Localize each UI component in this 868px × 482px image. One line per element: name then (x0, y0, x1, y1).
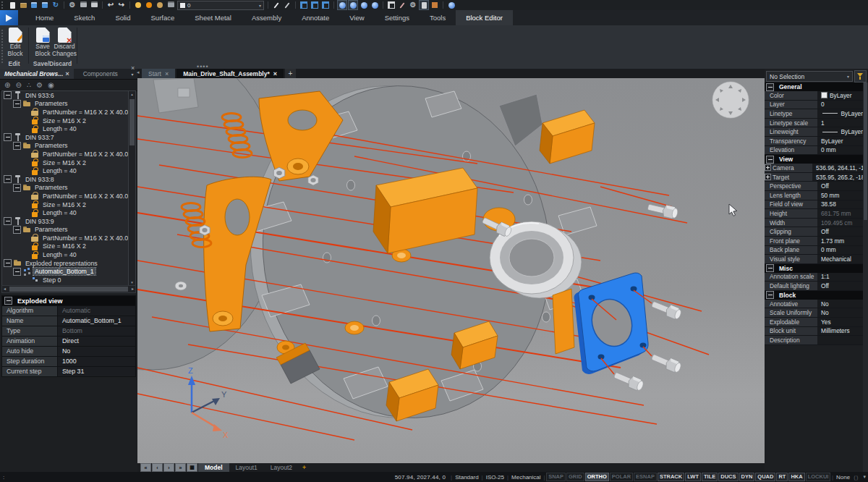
tree-item-length-40[interactable]: Length = 40 (2, 166, 135, 175)
eraser-icon[interactable] (398, 1, 407, 9)
section-header-block[interactable]: Block (765, 291, 863, 300)
property-row-width[interactable]: Width109.495 cm (765, 219, 863, 228)
shaded-style-icon[interactable] (359, 1, 368, 9)
tree-vertical-scrollbar[interactable]: ▴ ▾ (128, 91, 135, 285)
panel-collapse-arrow-icon[interactable]: ◂ (137, 69, 140, 75)
first-layout-icon[interactable]: « (140, 463, 151, 472)
properties-scrollbar[interactable] (863, 83, 868, 472)
collapse-icon[interactable] (4, 259, 12, 267)
ribbon-tab-annotate[interactable]: Annotate (292, 10, 339, 25)
property-row-front-plane[interactable]: Front plane1.73 mm (765, 237, 863, 246)
image-icon[interactable] (430, 1, 439, 9)
tree-item-din-933-8[interactable]: DIN 933:8 (2, 175, 135, 184)
tree-item-length-40[interactable]: Length = 40 (2, 250, 135, 259)
tree-item-size-m16-x-2[interactable]: Size = M16 X 2 (2, 117, 135, 125)
selection-mode-field[interactable]: None (834, 474, 852, 481)
toggle-polar[interactable]: POLAR (610, 473, 633, 481)
collapse-icon[interactable] (4, 133, 12, 141)
property-row-camera[interactable]: Camera536.96, 264.11, -1854.4 (765, 164, 863, 173)
small-block[interactable] (178, 88, 190, 97)
property-row-explodable[interactable]: ExplodableYes (765, 318, 863, 327)
layer-dropdown[interactable]: 0▾ (177, 1, 264, 10)
status-menu-caret-icon[interactable]: ▾ (863, 474, 866, 480)
exploded-row-step-duration[interactable]: Step duration1000 (2, 356, 135, 366)
scroll-left-icon[interactable]: ◂ (4, 286, 6, 291)
document-tab-start[interactable]: Start× (142, 69, 175, 78)
named-views-icon[interactable] (310, 1, 319, 9)
property-row-annotation-scale[interactable]: Annotation scale1:1 (765, 273, 863, 282)
property-row-lens-length[interactable]: Lens length50 mm (765, 191, 863, 200)
collapse-icon[interactable] (766, 264, 774, 272)
ribbon-tab-view[interactable]: View (339, 10, 374, 25)
layout-tab-layout1[interactable]: Layout1 (229, 463, 264, 472)
exploded-row-animation[interactable]: AnimationDirect (2, 336, 135, 346)
next-layout-icon[interactable]: › (163, 463, 174, 472)
tree-horizontal-scrollbar[interactable]: ◂ ▸ (1, 285, 136, 293)
help-icon[interactable] (447, 1, 456, 9)
stylus-icon[interactable] (283, 1, 292, 9)
ribbon-tab-block-editor[interactable]: Block Editor (456, 10, 513, 25)
layer-on-icon[interactable] (134, 1, 142, 9)
scrollbar-thumb[interactable] (129, 99, 135, 145)
collapse-icon[interactable] (766, 83, 774, 91)
tree-item-din-933-9[interactable]: DIN 933:9 (2, 217, 135, 226)
scroll-up-icon[interactable]: ▴ (129, 92, 135, 96)
wireframe-style-icon[interactable] (338, 1, 346, 9)
toggle-lwt[interactable]: LWT (685, 473, 701, 481)
ribbon-tab-sheet-metal[interactable]: Sheet Metal (184, 10, 242, 25)
status-field-mechanical[interactable]: Mechanical (509, 474, 542, 481)
property-row-scale-uniformly[interactable]: Scale UniformlyNo (765, 308, 863, 318)
layer-print-icon[interactable] (166, 1, 175, 9)
status-field-standard[interactable]: Standard (453, 474, 480, 481)
property-row-block-unit[interactable]: Block unitMillimeters (765, 327, 863, 337)
toggle-lockui[interactable]: LOCKUI (806, 473, 831, 481)
expand-icon[interactable] (765, 164, 771, 171)
small-plate[interactable] (153, 78, 198, 113)
property-row-back-plane[interactable]: Back plane0 mm (765, 246, 863, 255)
tree-item-parameters[interactable]: Parameters (2, 226, 135, 234)
property-row-linetype[interactable]: LinetypeByLayer (765, 109, 863, 119)
collapse-icon[interactable] (766, 156, 774, 164)
layer-off-icon[interactable] (145, 1, 153, 9)
tree-item-automatic-bottom-1[interactable]: Automatic_Bottom_1 (2, 267, 135, 276)
search-icon[interactable]: ◉ (48, 81, 54, 89)
realistic-style-icon[interactable] (370, 1, 379, 9)
exploded-row-current-step[interactable]: Current stepStep 31 (2, 366, 135, 376)
navigation-compass[interactable] (712, 82, 749, 118)
collapse-all-icon[interactable]: ⊖ (15, 81, 21, 89)
view-sync-icon[interactable] (321, 1, 330, 9)
collapse-icon[interactable] (13, 268, 21, 276)
tree-item-size-m16-x-2[interactable]: Size = M16 X 2 (2, 242, 135, 251)
exploded-row-name[interactable]: NameAutomatic_Bottom_1 (2, 316, 135, 326)
toggle-grid[interactable]: GRID (566, 473, 584, 481)
tree-item-size-m16-x-2[interactable]: Size = M16 X 2 (2, 200, 135, 209)
hex-nut[interactable] (273, 167, 285, 179)
status-field-iso-25[interactable]: ISO-25 (484, 474, 506, 481)
exploded-assembly-view[interactable]: Z Y X (137, 78, 765, 465)
layout-tab-layout2[interactable]: Layout2 (264, 463, 299, 472)
tree-item-partnumber-m16-x-2-x-40-0000[interactable]: PartNumber = M16 X 2 X 40.0000 (2, 234, 135, 242)
match-properties-icon[interactable] (272, 1, 281, 9)
hex-nut[interactable] (308, 175, 318, 185)
undo-icon[interactable]: ↩ (106, 1, 115, 9)
ribbon-tab-surface[interactable]: Surface (141, 10, 185, 25)
expand-all-icon[interactable]: ⊕ (4, 81, 10, 89)
viewport-config-icon[interactable] (299, 1, 308, 9)
open-file-icon[interactable] (19, 1, 27, 9)
section-header-view[interactable]: View (765, 155, 863, 164)
collapse-icon[interactable] (4, 297, 12, 305)
collapse-icon[interactable] (766, 291, 774, 299)
toggle-snap[interactable]: SNAP (546, 473, 566, 481)
exploded-row-algorithm[interactable]: AlgorithmAutomatic (2, 305, 135, 316)
print-preview-icon[interactable] (79, 1, 88, 9)
last-layout-icon[interactable]: » (175, 463, 186, 472)
ribbon-tab-sketch[interactable]: Sketch (64, 10, 105, 25)
table-icon[interactable] (387, 1, 396, 9)
tree-item-exploded-representations[interactable]: Exploded representations (2, 259, 135, 268)
layout-tab-model[interactable]: Model (198, 463, 229, 472)
layout-list-icon[interactable]: ▦ (187, 463, 197, 472)
tree-item-parameters[interactable]: Parameters (2, 142, 135, 151)
save-icon[interactable] (30, 1, 38, 9)
toggle-tile[interactable]: TILE (702, 473, 718, 481)
redo-icon[interactable]: ↪ (117, 1, 126, 9)
